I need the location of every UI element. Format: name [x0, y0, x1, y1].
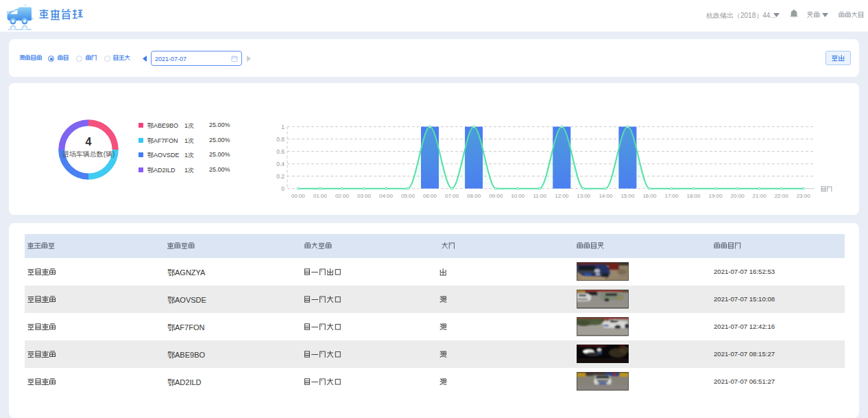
svg-text:12:00: 12:00	[555, 193, 569, 199]
svg-text:05:00: 05:00	[401, 193, 415, 199]
svg-text:22:00: 22:00	[775, 193, 789, 199]
svg-text:02:00: 02:00	[335, 193, 350, 199]
svg-text:0.2: 0.2	[276, 173, 285, 180]
svg-text:11:00: 11:00	[533, 193, 546, 199]
svg-text:08:00: 08:00	[467, 193, 481, 199]
svg-text:19:00: 19:00	[709, 193, 723, 199]
svg-text:04:00: 04:00	[379, 193, 394, 199]
svg-text:03:00: 03:00	[357, 193, 372, 199]
svg-text:0: 0	[281, 185, 285, 192]
svg-text:16:00: 16:00	[642, 193, 657, 199]
svg-text:07:00: 07:00	[445, 193, 459, 199]
svg-text:00:00: 00:00	[291, 193, 306, 199]
svg-text:0.4: 0.4	[276, 161, 285, 167]
svg-text:01:00: 01:00	[313, 193, 328, 199]
svg-text:0.6: 0.6	[276, 148, 285, 155]
svg-text:17:00: 17:00	[664, 193, 679, 199]
svg-text:20:00: 20:00	[731, 193, 745, 199]
svg-text:0.8: 0.8	[276, 136, 285, 143]
svg-text:10:00: 10:00	[511, 193, 525, 199]
svg-text:14:00: 14:00	[599, 193, 613, 199]
svg-text:13:00: 13:00	[577, 193, 591, 199]
svg-text:15:00: 15:00	[620, 193, 635, 199]
svg-text:18:00: 18:00	[686, 193, 701, 199]
svg-text:09:00: 09:00	[489, 193, 503, 199]
svg-text:1: 1	[281, 124, 285, 130]
svg-text:06:00: 06:00	[423, 193, 437, 199]
svg-text:21:00: 21:00	[753, 193, 767, 199]
svg-text:23:00: 23:00	[797, 193, 811, 199]
